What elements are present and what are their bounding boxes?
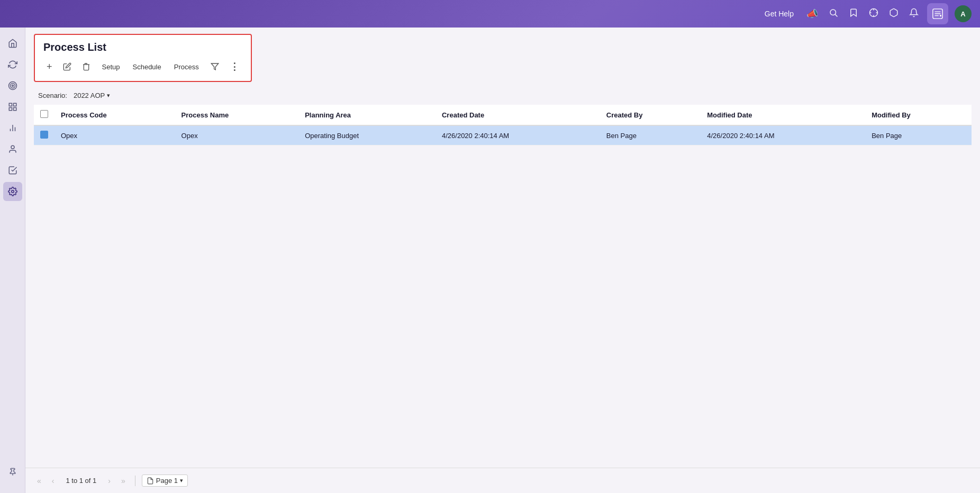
table-row[interactable]: Opex Opex Operating Budget 4/26/2020 2:4…: [34, 125, 972, 145]
row-modified-by: Ben Page: [865, 125, 972, 145]
row-checkbox[interactable]: [40, 131, 48, 139]
page-icon: [147, 477, 154, 485]
add-button[interactable]: +: [43, 59, 56, 75]
setup-button[interactable]: Setup: [98, 61, 124, 73]
sidebar-item-pin[interactable]: [3, 461, 22, 480]
row-planning-area: Operating Budget: [298, 125, 435, 145]
pagination-footer: « ‹ 1 to 1 of 1 › » Page 1 ▾: [25, 468, 980, 493]
bookmark-icon[interactable]: [847, 6, 860, 22]
svg-point-11: [12, 85, 13, 87]
scenario-dropdown-arrow: ▾: [107, 92, 110, 99]
svg-rect-13: [13, 103, 16, 106]
row-process-code: Opex: [55, 125, 175, 145]
page-dropdown-arrow: ▾: [180, 477, 183, 484]
scenario-dropdown[interactable]: 2022 AOP ▾: [71, 90, 112, 101]
page-label: Page 1: [156, 477, 178, 485]
col-process-code: Process Code: [55, 105, 175, 125]
search-icon[interactable]: [827, 6, 840, 22]
table-header-row: Process Code Process Name Planning Area …: [34, 105, 972, 125]
svg-point-20: [11, 190, 14, 193]
cube-icon[interactable]: [887, 6, 901, 22]
svg-rect-15: [13, 108, 16, 111]
sidebar-item-tasks[interactable]: [3, 161, 22, 180]
svg-rect-14: [9, 108, 12, 111]
scenario-label: Scenario:: [38, 92, 67, 99]
row-modified-date: 4/26/2020 2:40:14 AM: [701, 125, 865, 145]
process-button[interactable]: Process: [170, 61, 203, 73]
user-avatar[interactable]: A: [955, 5, 972, 22]
more-button[interactable]: ⋮: [226, 59, 242, 75]
scenario-value: 2022 AOP: [74, 92, 105, 99]
process-table-container: Process Code Process Name Planning Area …: [25, 105, 980, 468]
pagination-info: 1 to 1 of 1: [66, 477, 96, 485]
sidebar-item-person[interactable]: [3, 140, 22, 159]
bell-icon[interactable]: [907, 6, 921, 22]
sidebar-item-grid[interactable]: [3, 97, 22, 116]
scenario-bar: Scenario: 2022 AOP ▾: [25, 86, 980, 105]
select-all-checkbox[interactable]: [40, 110, 48, 118]
page-selector[interactable]: Page 1 ▾: [142, 474, 188, 487]
schedule-button[interactable]: Schedule: [129, 61, 166, 73]
col-planning-area: Planning Area: [298, 105, 435, 125]
last-page-button[interactable]: »: [118, 474, 129, 487]
row-checkbox-cell: [34, 125, 55, 145]
svg-marker-22: [211, 63, 218, 70]
toolbar-buttons: + Setup Schedule Process ⋮: [43, 59, 242, 75]
delete-button[interactable]: [79, 60, 94, 73]
get-help-link[interactable]: Get Help: [765, 10, 794, 18]
page-title: Process List: [43, 41, 242, 53]
ai-icon[interactable]: [927, 3, 948, 24]
svg-point-0: [830, 10, 836, 15]
crosshair-icon[interactable]: [867, 6, 881, 22]
megaphone-icon[interactable]: 📣: [804, 6, 820, 22]
col-created-by: Created By: [600, 105, 701, 125]
sidebar-item-chart[interactable]: [3, 118, 22, 138]
col-modified-date: Modified Date: [701, 105, 865, 125]
prev-page-button[interactable]: ‹: [49, 474, 58, 487]
col-modified-by: Modified By: [865, 105, 972, 125]
top-navigation: Get Help 📣 A: [0, 0, 980, 28]
svg-line-1: [835, 14, 837, 16]
next-page-button[interactable]: ›: [105, 474, 114, 487]
col-checkbox: [34, 105, 55, 125]
sidebar-item-settings[interactable]: [3, 182, 22, 201]
sidebar-item-target[interactable]: [3, 76, 22, 95]
svg-point-19: [11, 145, 14, 149]
filter-button[interactable]: [207, 60, 222, 73]
toolbar-panel: Process List + Setup Schedule Process ⋮: [34, 34, 252, 82]
sidebar: [0, 28, 25, 493]
process-table: Process Code Process Name Planning Area …: [34, 105, 972, 145]
row-process-name: Opex: [175, 125, 299, 145]
sidebar-item-activity[interactable]: [3, 55, 22, 74]
svg-point-10: [10, 84, 15, 88]
svg-rect-12: [9, 103, 12, 106]
edit-button[interactable]: [60, 60, 75, 73]
sidebar-item-home[interactable]: [3, 34, 22, 53]
first-page-button[interactable]: «: [34, 474, 44, 487]
main-content: Process List + Setup Schedule Process ⋮: [25, 28, 980, 493]
row-created-date: 4/26/2020 2:40:14 AM: [435, 125, 600, 145]
col-created-date: Created Date: [435, 105, 600, 125]
svg-point-8: [940, 15, 941, 16]
col-process-name: Process Name: [175, 105, 299, 125]
row-created-by: Ben Page: [600, 125, 701, 145]
